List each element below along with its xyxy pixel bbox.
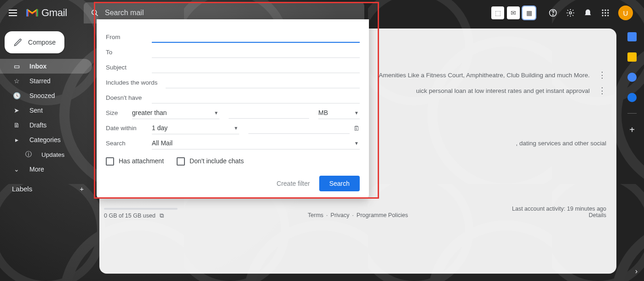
size-operator-select[interactable]: greater than▼ xyxy=(132,107,219,119)
includes-input[interactable] xyxy=(166,77,360,88)
kebab-icon[interactable]: ⋮ xyxy=(598,86,606,96)
info-icon: ⓘ xyxy=(24,150,33,159)
labels-title: Labels xyxy=(12,185,32,193)
mail-row[interactable]: , dating services and other social xyxy=(516,140,606,147)
gmail-logo[interactable]: Gmail xyxy=(26,7,67,19)
svg-point-12 xyxy=(604,15,606,16)
create-filter-button[interactable]: Create filter xyxy=(276,180,310,187)
size-unit-select[interactable]: MB▼ xyxy=(318,107,360,119)
checkbox-row: Has attachment Don't include chats xyxy=(106,157,360,166)
svg-line-1 xyxy=(96,14,98,16)
calendar-picker-icon[interactable]: 🗓 xyxy=(353,125,360,132)
labels-section-header: Labels + xyxy=(0,177,92,193)
mail-snippet: Amenities Like a Fitness Court, Amphithe… xyxy=(379,72,590,79)
calendar-icon[interactable] xyxy=(627,32,637,41)
exclude-chats-label: Don't include chats xyxy=(190,157,244,165)
caret-icon: ▼ xyxy=(214,110,218,115)
advanced-search-panel: From To Subject Includes the words Doesn… xyxy=(97,19,369,199)
svg-point-7 xyxy=(607,10,609,11)
dropdown-actions: Create filter Search xyxy=(106,176,360,191)
keep-icon[interactable] xyxy=(627,52,637,62)
apps-grid-icon[interactable] xyxy=(601,8,610,17)
nav-inbox[interactable]: ▭Inbox xyxy=(0,59,92,74)
nav-starred[interactable]: ☆Starred xyxy=(0,74,92,88)
extension-icon-1[interactable]: ⬚ xyxy=(491,6,504,19)
help-icon[interactable] xyxy=(548,8,558,17)
nav-label: Starred xyxy=(29,77,51,85)
mail-snippet: , dating services and other social xyxy=(516,140,606,147)
svg-point-4 xyxy=(569,12,572,14)
caret-icon: ▼ xyxy=(354,110,359,115)
send-icon: ➤ xyxy=(12,107,21,114)
date-value-input[interactable] xyxy=(248,123,350,134)
field-date: Date within 1 day▼ 🗓 xyxy=(106,120,360,136)
nav-label: Sent xyxy=(29,107,43,114)
settings-icon[interactable] xyxy=(566,8,575,17)
main-menu-icon[interactable] xyxy=(7,7,18,18)
compose-button[interactable]: Compose xyxy=(5,31,64,53)
details-link[interactable]: Details xyxy=(589,212,606,218)
product-name: Gmail xyxy=(41,7,67,19)
privacy-link[interactable]: Privacy xyxy=(331,212,350,218)
date-range-value: 1 day xyxy=(152,124,167,132)
compose-label: Compose xyxy=(28,39,56,46)
caret-icon: ▼ xyxy=(354,141,359,146)
nav-label: Updates xyxy=(41,151,64,158)
nav-sent[interactable]: ➤Sent xyxy=(0,103,92,118)
extension-icon-3[interactable]: ▦ xyxy=(523,6,535,19)
to-input[interactable] xyxy=(152,47,360,58)
tasks-icon[interactable] xyxy=(627,73,637,82)
field-includes: Includes the words xyxy=(106,75,360,90)
search-in-value: All Mail xyxy=(152,139,172,147)
size-value-input[interactable] xyxy=(229,108,309,119)
field-to: To xyxy=(106,45,360,60)
exclude-chats-checkbox[interactable]: Don't include chats xyxy=(177,157,244,166)
terms-link[interactable]: Terms xyxy=(308,212,323,218)
divider xyxy=(627,113,637,114)
includes-label: Includes the words xyxy=(106,79,166,86)
add-addon-icon[interactable]: + xyxy=(629,125,635,135)
svg-point-0 xyxy=(92,10,97,15)
policies-link[interactable]: Programme Policies xyxy=(356,212,408,218)
field-subject: Subject xyxy=(106,60,360,75)
nav-drafts[interactable]: 🗎Drafts xyxy=(0,118,92,132)
extension-icons: ⬚ ✉ ▦ xyxy=(491,6,535,19)
svg-point-11 xyxy=(602,15,604,16)
extension-icon-2[interactable]: ✉ xyxy=(507,6,520,19)
field-from: From xyxy=(106,29,360,45)
inbox-icon: ▭ xyxy=(12,63,21,70)
search-in-select[interactable]: All Mail▼ xyxy=(152,138,360,149)
chevron-right-icon: ▸ xyxy=(12,136,21,143)
gmail-m-icon xyxy=(26,8,39,17)
nav-more[interactable]: ⌄More xyxy=(0,162,92,177)
nav-updates[interactable]: ⓘUpdates xyxy=(0,147,92,162)
star-icon: ☆ xyxy=(12,77,21,85)
has-attachment-label: Has attachment xyxy=(119,157,164,165)
search-button[interactable]: Search xyxy=(319,176,360,191)
nav-label: Snoozed xyxy=(29,92,55,99)
contacts-icon[interactable] xyxy=(627,93,637,102)
svg-point-9 xyxy=(604,12,606,13)
add-label-icon[interactable]: + xyxy=(80,185,84,193)
account-avatar[interactable]: U xyxy=(618,6,633,20)
size-operator-value: greater than xyxy=(132,109,167,116)
field-excludes: Doesn't have xyxy=(106,90,360,105)
from-input[interactable] xyxy=(152,32,360,43)
excludes-input[interactable] xyxy=(152,92,360,103)
mail-row[interactable]: Amenities Like a Fitness Court, Amphithe… xyxy=(379,70,606,80)
notifications-icon[interactable] xyxy=(583,8,592,17)
left-nav: Compose ▭Inbox ☆Starred 🕓Snoozed ➤Sent 🗎… xyxy=(0,26,92,281)
mail-snippet: uick personal loan at low interest rates… xyxy=(416,87,590,94)
date-range-select[interactable]: 1 day▼ xyxy=(152,122,239,134)
subject-input[interactable] xyxy=(152,62,360,73)
nav-categories[interactable]: ▸Categories xyxy=(0,132,92,147)
search-icon[interactable] xyxy=(90,8,99,17)
kebab-icon[interactable]: ⋮ xyxy=(598,70,606,80)
search-input[interactable] xyxy=(105,9,358,17)
caret-icon: ▼ xyxy=(234,126,238,131)
has-attachment-checkbox[interactable]: Has attachment xyxy=(106,157,164,166)
collapse-panel-icon[interactable]: › xyxy=(635,267,638,275)
nav-snoozed[interactable]: 🕓Snoozed xyxy=(0,88,92,103)
svg-point-10 xyxy=(607,12,609,13)
mail-row[interactable]: uick personal loan at low interest rates… xyxy=(416,86,606,96)
